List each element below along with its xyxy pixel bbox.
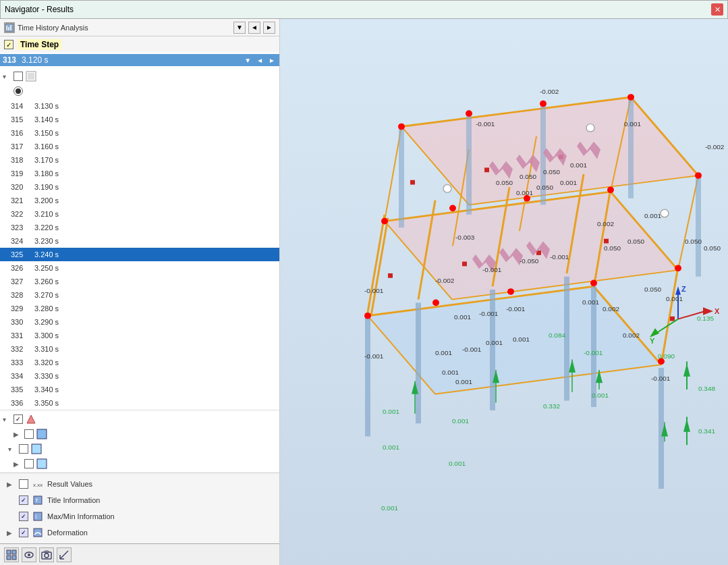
structure-view: Z X Y -0.002 -0.001 0.0 — [280, 19, 728, 565]
time-step-checkbox[interactable]: ✓ — [4, 40, 13, 49]
time-step-prev[interactable]: ◄ — [255, 57, 264, 64]
svg-text:0.050: 0.050 — [536, 184, 554, 191]
tree-check-mid-2[interactable] — [24, 429, 34, 439]
svg-point-69 — [540, 101, 547, 107]
time-step-next[interactable]: ► — [267, 57, 277, 64]
time-step-list[interactable]: 311 3.100 s 312 3.110 s 313 3.120 s 314 … — [0, 100, 279, 410]
toolbar-btn-grid[interactable] — [4, 547, 19, 562]
list-item[interactable]: 327 3.260 s — [0, 275, 279, 288]
list-item[interactable]: 330 3.290 s — [0, 315, 279, 329]
svg-text:0.001: 0.001 — [624, 121, 641, 128]
item-value: 3.220 s — [34, 223, 59, 232]
check-deform[interactable]: ✓ — [19, 528, 28, 537]
svg-text:-0.050: -0.050 — [520, 258, 539, 265]
svg-rect-16 — [7, 550, 11, 554]
list-item[interactable]: 326 3.250 s — [0, 261, 279, 275]
check-title[interactable]: ✓ — [19, 495, 28, 505]
analysis-prev[interactable]: ◄ — [248, 22, 260, 34]
item-value: 3.130 s — [34, 102, 59, 110]
list-item[interactable]: 314 3.130 s — [0, 100, 279, 113]
list-item[interactable]: 334 3.330 s — [0, 369, 279, 383]
tree-check-mid-1[interactable]: ✓ — [13, 414, 23, 424]
list-item[interactable]: 323 3.220 s — [0, 221, 279, 234]
list-item[interactable]: 318 3.170 s — [0, 153, 279, 167]
svg-point-75 — [607, 186, 614, 193]
tree-check-mid-3[interactable] — [19, 444, 28, 454]
item-value: 3.230 s — [34, 237, 59, 245]
list-item[interactable]: 317 3.160 s — [0, 140, 279, 153]
svg-point-70 — [627, 94, 634, 101]
item-value: 3.270 s — [34, 291, 59, 299]
svg-text:T: T — [35, 497, 38, 504]
svg-text:x.xx: x.xx — [33, 482, 43, 488]
item-value: 3.340 s — [34, 385, 59, 394]
tree-item-radio — [0, 84, 279, 99]
svg-point-84 — [443, 185, 451, 193]
svg-marker-6 — [27, 415, 35, 423]
item-number: 336 — [11, 399, 34, 407]
list-item[interactable]: 319 3.180 s — [0, 167, 279, 180]
svg-text:0.050: 0.050 — [520, 173, 537, 180]
bottom-item-result-values: ▶ x.xx Result Values — [5, 476, 274, 492]
item-value: 3.310 s — [34, 345, 59, 353]
svg-point-83 — [661, 209, 669, 217]
label-result: Result Values — [47, 480, 92, 488]
analysis-icon — [4, 22, 15, 33]
close-button[interactable]: ✕ — [711, 3, 723, 16]
svg-text:-0.002: -0.002 — [435, 277, 454, 285]
svg-rect-89 — [462, 262, 467, 267]
time-step-num: 313 — [3, 55, 16, 65]
check-maxmin[interactable]: ✓ — [19, 512, 28, 521]
svg-rect-5 — [28, 73, 34, 80]
list-item[interactable]: 325 3.240 s — [0, 248, 279, 261]
tree-item-mid-4: ▶ — [0, 456, 279, 471]
svg-text:0.090: 0.090 — [658, 352, 675, 360]
left-panel: Time History Analysis ▼ ◄ ► ✓ Time Step … — [0, 19, 280, 565]
tree-check-mid-4[interactable] — [24, 459, 34, 468]
svg-text:X: X — [715, 307, 720, 315]
svg-text:-0.001: -0.001 — [476, 121, 495, 128]
svg-text:-0.001: -0.001 — [479, 310, 498, 317]
list-item[interactable]: 336 3.350 s — [0, 396, 279, 410]
list-item[interactable]: 335 3.340 s — [0, 383, 279, 396]
item-value: 3.180 s — [34, 169, 59, 178]
list-item[interactable]: 316 3.150 s — [0, 126, 279, 140]
item-number: 333 — [11, 358, 34, 367]
svg-point-21 — [28, 554, 30, 556]
time-step-dropdown[interactable]: ▼ — [243, 57, 252, 64]
list-item[interactable]: 324 3.230 s — [0, 234, 279, 248]
main-window: Navigator - Results ✕ Time History Analy… — [0, 0, 728, 565]
icon-result: x.xx — [32, 479, 43, 489]
time-step-label: Time Step — [18, 39, 61, 50]
item-value: 3.320 s — [34, 358, 59, 367]
list-item[interactable]: 329 3.280 s — [0, 302, 279, 315]
list-item[interactable]: 315 3.140 s — [0, 113, 279, 126]
list-item[interactable]: 322 3.210 s — [0, 207, 279, 221]
list-item[interactable]: 328 3.270 s — [0, 288, 279, 302]
tree-expand-mid-2: ▶ — [13, 431, 22, 438]
toolbar-btn-eye[interactable] — [22, 547, 36, 562]
toolbar-btn-measure[interactable] — [57, 547, 72, 562]
item-number: 319 — [11, 169, 34, 178]
list-item[interactable]: 333 3.320 s — [0, 356, 279, 369]
time-step-selector[interactable]: 313 3.120 s ▼ ◄ ► — [0, 54, 279, 66]
svg-rect-86 — [484, 167, 489, 172]
list-item[interactable]: 331 3.300 s — [0, 329, 279, 342]
svg-rect-17 — [12, 550, 16, 554]
analysis-dropdown[interactable]: ▼ — [233, 22, 246, 34]
list-item[interactable]: 320 3.190 s — [0, 180, 279, 194]
radio-btn[interactable] — [13, 86, 23, 96]
item-number: 329 — [11, 304, 34, 313]
list-item[interactable]: 332 3.310 s — [0, 342, 279, 356]
svg-line-25 — [60, 551, 68, 559]
check-result[interactable] — [19, 479, 28, 489]
tree-check-1[interactable] — [13, 72, 23, 81]
svg-rect-91 — [604, 239, 609, 244]
svg-text:0.001: 0.001 — [666, 295, 683, 302]
list-item[interactable]: 321 3.200 s — [0, 194, 279, 207]
analysis-next[interactable]: ► — [263, 22, 275, 34]
svg-text:0.341: 0.341 — [698, 427, 715, 435]
item-number: 321 — [11, 196, 34, 205]
svg-text:0.050: 0.050 — [604, 244, 621, 252]
toolbar-btn-camera[interactable] — [39, 547, 54, 562]
